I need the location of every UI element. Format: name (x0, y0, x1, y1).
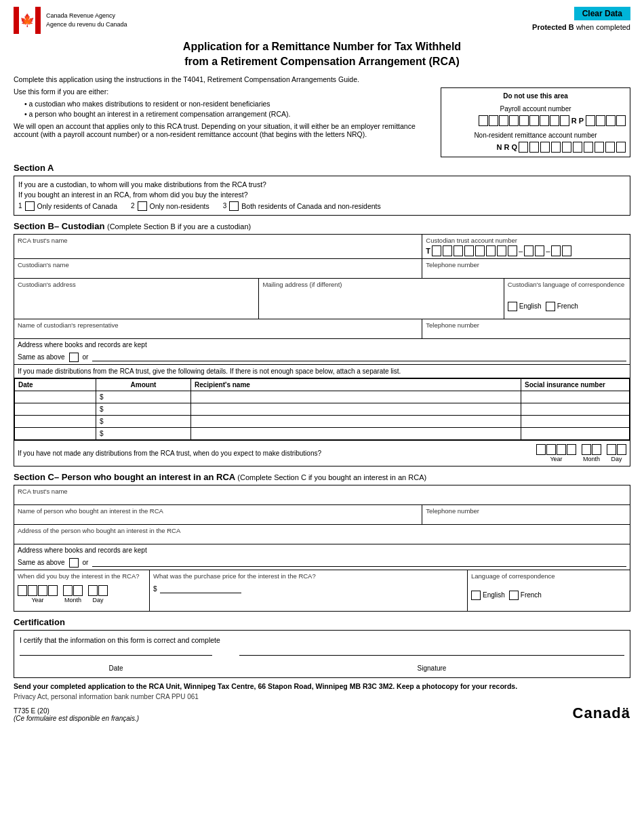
sb-books-address-input[interactable] (92, 353, 626, 361)
option3-checkbox[interactable] (229, 201, 239, 211)
sb-english-checkbox[interactable] (508, 302, 517, 311)
sb-same-above-checkbox[interactable] (69, 353, 79, 362)
section-a-option-3: 3 Both residents of Canada and non-resid… (223, 201, 381, 211)
dist-row-4-amount: $ (96, 427, 191, 439)
sc-same-above-checkbox[interactable] (69, 558, 79, 568)
dist-row-2-sin[interactable] (521, 403, 630, 415)
footer-left: T735 E (20) (Ce formulaire est disponibl… (14, 707, 139, 722)
dist-row-2-recipient[interactable] (191, 403, 521, 415)
sc-telephone-input[interactable] (426, 515, 626, 522)
dist-row-1-date[interactable] (15, 391, 96, 403)
intro-para: We will open an account that applies onl… (14, 122, 432, 138)
dist-recipient-1-input[interactable] (195, 393, 517, 401)
dist-amount-1-input[interactable] (105, 393, 175, 401)
sc-english-option: English (471, 591, 505, 600)
payroll-cell-4 (509, 115, 519, 126)
dist-recipient-2-input[interactable] (195, 405, 517, 413)
cert-signature-input[interactable] (278, 657, 586, 664)
dist-recipient-4-input[interactable] (195, 430, 517, 437)
sc-french-checkbox[interactable] (509, 591, 519, 600)
sc-books-address-input[interactable] (92, 559, 626, 567)
dist-date-4-input[interactable] (18, 430, 92, 437)
cert-text: I certify that the information on this f… (20, 636, 624, 644)
sc-rca-trust-name-input[interactable] (18, 495, 626, 502)
intro-bullet-2: a person who bought an interest in a ret… (24, 110, 432, 118)
cert-date-input[interactable] (39, 657, 193, 664)
dist-sin-2-input[interactable] (525, 405, 626, 413)
sb-custodian-address-input[interactable] (18, 288, 255, 296)
dist-header-date: Date (15, 378, 96, 391)
section-a-option-2: 2 Only non-residents (131, 201, 209, 211)
dist-date-1-input[interactable] (18, 393, 92, 401)
sb-english-option: English (508, 302, 542, 311)
dist-recipient-3-input[interactable] (195, 418, 517, 425)
dist-row-4-sin[interactable] (521, 427, 630, 439)
dist-sin-1-input[interactable] (525, 393, 626, 401)
sc-buyer-name: Name of person who bought an interest in… (14, 505, 422, 524)
dist-row-3-sin[interactable] (521, 415, 630, 427)
dist-row-1-recipient[interactable] (191, 391, 521, 403)
dist-row-4-date[interactable] (15, 427, 96, 439)
dist-row-4-recipient[interactable] (191, 427, 521, 439)
sb-telephone-input[interactable] (426, 269, 626, 276)
dist-date-3-input[interactable] (18, 418, 92, 425)
sc-day-group: Day (88, 585, 108, 603)
svg-text:🍁: 🍁 (20, 13, 35, 28)
dist-sin-4-input[interactable] (525, 430, 626, 437)
sb-rep-name: Name of custodian's representative (14, 319, 422, 338)
option2-checkbox[interactable] (138, 201, 147, 211)
section-a-header: Section A (14, 163, 630, 173)
sb-rep-name-input[interactable] (18, 329, 418, 336)
sb-language: Custodian's language of correspondence E… (504, 279, 630, 319)
nrq-cell-9 (605, 142, 615, 153)
payroll-cell-9 (560, 115, 569, 126)
canada-flag-icon: 🍁 (14, 7, 41, 34)
dist-sin-3-input[interactable] (525, 418, 626, 425)
sb-telephone-2: Telephone number (422, 319, 630, 338)
dist-row-3-recipient[interactable] (191, 415, 521, 427)
section-b-box: RCA trust's name Custodian trust account… (14, 234, 630, 466)
expected-dist-date: Year Month Day (536, 444, 626, 462)
payroll-cell-1 (479, 115, 488, 126)
dist-row-1-amount: $ (96, 391, 191, 403)
protected-label: Protected B when completed (532, 23, 630, 31)
dist-header-sin: Social insurance number (521, 378, 630, 391)
sc-buyer-name-input[interactable] (18, 515, 418, 522)
sc-year-group: Year (18, 585, 58, 603)
dist-amount-2-input[interactable] (105, 405, 175, 413)
clear-data-button[interactable]: Clear Data (574, 7, 630, 20)
payroll-cell-6 (529, 115, 539, 126)
payroll-cell-2 (489, 115, 498, 126)
sb-rca-trust-name-input[interactable] (18, 244, 418, 252)
payroll-cell-3 (499, 115, 508, 126)
sb-custodian-name: Custodian's name (14, 259, 422, 278)
dist-row-2-date[interactable] (15, 403, 96, 415)
form-number: T735 E (20) (14, 707, 139, 715)
sc-english-checkbox[interactable] (471, 591, 481, 600)
sc-purchase-price: What was the purchase price for the inte… (150, 570, 468, 611)
sb-mailing-address-input[interactable] (262, 288, 500, 296)
dist-row-3-date[interactable] (15, 415, 96, 427)
dist-date-2-input[interactable] (18, 405, 92, 413)
sc-french-option: French (509, 591, 542, 600)
payroll-account-box: R P (445, 115, 626, 126)
payroll-cell-rp4 (616, 115, 626, 126)
sc-purchase-price-input[interactable] (160, 585, 241, 593)
dist-row-1-sin[interactable] (521, 391, 630, 403)
section-a-box: If you are a custodian, to whom will you… (14, 176, 630, 216)
sb-custodian-name-input[interactable] (18, 269, 418, 276)
signature-sig-item: Signature (239, 655, 624, 672)
dist-amount-4-input[interactable] (105, 430, 175, 437)
dist-amount-3-input[interactable] (105, 418, 175, 425)
sb-telephone-2-input[interactable] (426, 329, 626, 336)
payroll-cell-rp1 (586, 115, 595, 126)
option1-checkbox[interactable] (25, 201, 35, 211)
purchase-date-fields: Year Month (18, 585, 146, 603)
payroll-cell-7 (540, 115, 549, 126)
sc-address-input[interactable] (18, 534, 626, 542)
sb-french-checkbox[interactable] (546, 302, 555, 311)
nrq-label: N R Q (496, 143, 517, 151)
sb-telephone: Telephone number (422, 259, 630, 278)
intro-use-if: Use this form if you are either: (14, 87, 432, 96)
sc-row-1: RCA trust's name (14, 485, 630, 505)
